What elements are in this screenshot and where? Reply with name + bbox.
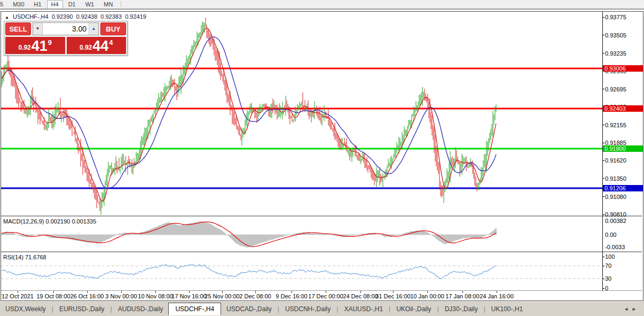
rsi-line: [2, 264, 496, 279]
axis-tick: [602, 266, 604, 266]
chart-tab-usdcnh-daily[interactable]: USDCNH-,Daily: [280, 303, 336, 315]
time-axis-label: 10 Jan 00:00: [410, 293, 444, 299]
time-axis-label: 10 Nov 08:00: [138, 293, 172, 299]
timeframe-button-h4[interactable]: H4: [47, 0, 63, 9]
chart-window: ▲ USDCHF-,H4 0.92390 0.92438 0.92383 0.9…: [1, 11, 643, 301]
volume-input[interactable]: [43, 23, 89, 35]
tab-separator: |: [278, 305, 279, 313]
axis-tick: [602, 279, 604, 279]
sell-button[interactable]: SELL: [5, 22, 31, 35]
timeframe-button-5[interactable]: 5: [0, 0, 7, 9]
price-axis-label: 0.92155: [605, 122, 641, 128]
rsi-label: RSI(14) 71.6768: [3, 254, 46, 260]
time-axis-label: 9 Dec 16:00: [276, 293, 307, 299]
macd-label: MACD(12,26,9) 0.002190 0.001335: [3, 218, 96, 225]
tab-scroll-left-icon[interactable]: ◄: [624, 306, 632, 312]
price-line-badge: 0.91800: [603, 145, 643, 152]
ohlc-high: 0.92438: [76, 13, 98, 20]
volume-decrease-button[interactable]: ▼: [33, 23, 43, 35]
macd-axis-label: -0.0033: [605, 244, 641, 250]
chart-title: ▲ USDCHF-,H4 0.92390 0.92438 0.92383 0.9…: [5, 13, 148, 20]
chart-tab-uk100-h1[interactable]: UK100-,H1: [486, 303, 528, 315]
chart-tab-usdx-weekly[interactable]: USDX,Weekly: [0, 303, 51, 315]
rsi-indicator-chart[interactable]: [1, 252, 602, 290]
timeframe-toolbar: 5M30H1H4D1W1MN: [0, 0, 644, 9]
axis-tick: [602, 214, 604, 215]
timeframe-button-m30[interactable]: M30: [9, 0, 28, 9]
macd-axis-label: 0.00: [605, 232, 641, 238]
price-line-badge: 0.91206: [603, 185, 643, 191]
tab-scroll-arrows: ◄►: [624, 306, 640, 312]
time-axis-label: 31 Dec 16:00: [375, 293, 410, 299]
ohlc-low: 0.92383: [100, 13, 122, 20]
ohlc-open: 0.92390: [52, 13, 73, 20]
buy-price-panel[interactable]: 0.92 44 4: [67, 37, 127, 54]
tab-separator: |: [484, 305, 485, 313]
price-line-badge: 0.93006: [603, 65, 643, 72]
chart-tab-ukoil-daily[interactable]: UKOil-,Daily: [391, 303, 436, 315]
time-axis-label: 24 Jan 16:00: [480, 293, 514, 299]
rsi-axis-label: 100: [605, 254, 641, 260]
chart-tab-xauusd-h1[interactable]: XAUUSD-,H1: [339, 303, 388, 315]
axis-tick: [602, 143, 604, 143]
chart-tab-audusd-daily[interactable]: AUDUSD-,Daily: [113, 303, 169, 315]
rsi-axis-label: 70: [605, 263, 641, 269]
price-axis-label: 0.91080: [605, 194, 641, 200]
tab-separator: |: [437, 305, 439, 313]
axis-tick: [602, 178, 604, 179]
axis-tick: [602, 125, 604, 125]
price-axis-label: 0.93775: [605, 14, 641, 20]
chart-tab-dj30-daily[interactable]: DJ30-,Daily: [439, 303, 483, 315]
collapse-icon[interactable]: ▲: [5, 15, 9, 20]
timeframe-button-d1[interactable]: D1: [64, 0, 80, 9]
price-axis-label: 0.92695: [605, 87, 641, 93]
ohlc-close: 0.92419: [125, 13, 146, 20]
axis-tick: [602, 160, 604, 161]
chart-symbol: USDCHF-,H4: [13, 13, 49, 20]
buy-price-big: 44: [92, 39, 108, 53]
time-axis-label: 3 Nov 00:00: [105, 293, 137, 299]
sell-price-panel[interactable]: 0.92 41 9: [5, 37, 65, 54]
price-line-badge: 0.92403: [603, 105, 643, 112]
volume-increase-button[interactable]: ▲: [89, 23, 98, 35]
buy-price-pip: 4: [109, 38, 113, 47]
timeframe-button-mn[interactable]: MN: [99, 0, 117, 9]
timeframe-button-h1[interactable]: H1: [30, 0, 46, 9]
tab-separator: |: [111, 305, 112, 313]
axis-tick: [602, 288, 604, 289]
tab-separator: |: [336, 305, 338, 313]
sell-price-base: 0.92: [18, 44, 30, 51]
macd-axis-label: 0.00382: [605, 218, 641, 224]
time-axis-label: 2 Dec 08:00: [239, 293, 271, 299]
axis-tick: [602, 53, 604, 53]
price-axis-label: 0.90810: [605, 212, 641, 218]
price-axis-label: 0.91350: [605, 176, 641, 182]
buy-button[interactable]: BUY: [100, 22, 126, 35]
time-axis-label: 17 Nov 16:00: [171, 293, 206, 299]
panel-divider: [1, 290, 642, 291]
price-axis-label: 0.91620: [605, 158, 641, 164]
chart-tab-usdcad-daily[interactable]: USDCAD-,Daily: [221, 303, 277, 315]
time-axis-label: 17 Jan 08:00: [445, 293, 480, 299]
tab-separator: |: [52, 305, 53, 313]
slow-ma-line: [2, 37, 496, 189]
trading-terminal-window: 5M30H1H4D1W1MN ▲ USDCHF-,H4 0.92390 0.92…: [0, 0, 644, 316]
macd-histogram: [2, 221, 496, 248]
axis-tick: [602, 196, 604, 197]
tab-scroll-right-icon[interactable]: ►: [632, 306, 640, 312]
time-axis-label: 26 Oct 16:00: [70, 293, 104, 299]
volume-box: ▼ ▲: [33, 22, 99, 35]
chart-tab-usdchf-h4[interactable]: USDCHF-,H4: [168, 303, 221, 315]
buy-price-base: 0.92: [80, 44, 92, 51]
toolbar-divider: [0, 9, 644, 10]
tab-separator: |: [389, 305, 390, 313]
timeframe-button-w1[interactable]: W1: [81, 0, 99, 9]
time-axis-label: 25 Nov 00:00: [205, 293, 239, 299]
chart-tab-bar: USDX,Weekly|EURUSD-,Daily|AUDUSD-,DailyU…: [0, 301, 644, 316]
sell-price-big: 41: [32, 39, 48, 53]
chart-tab-eurusd-daily[interactable]: EURUSD-,Daily: [54, 303, 110, 315]
time-axis-label: 17 Dec 00:00: [308, 293, 343, 299]
time-axis-label: 24 Dec 08:00: [343, 293, 378, 299]
toolbar-separator: [121, 1, 121, 7]
axis-tick: [602, 257, 604, 257]
